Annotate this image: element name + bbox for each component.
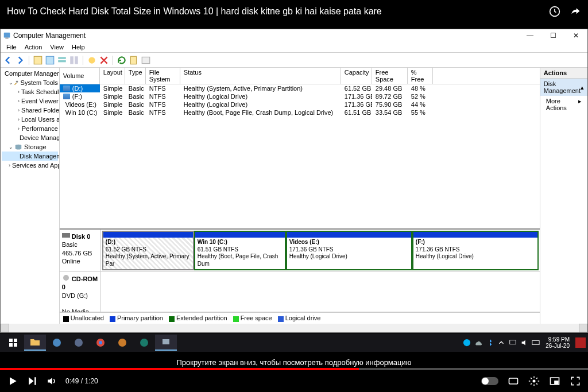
navigation-tree[interactable]: Computer Management (Local ⌄System Tools… (1, 68, 60, 324)
tree-shared-folders[interactable]: ›Shared Folders (2, 106, 58, 115)
taskbar-browser-1[interactable] (46, 335, 68, 351)
menu-file[interactable]: File (3, 43, 20, 51)
partition[interactable]: Videos (E:)171.36 GB NTFSHealthy (Logica… (286, 231, 412, 270)
taskbar-chrome[interactable] (90, 335, 111, 351)
svg-rect-38 (510, 340, 516, 344)
delete-icon[interactable] (99, 55, 109, 65)
columns-icon[interactable] (69, 55, 79, 65)
tray-onedrive-icon[interactable] (474, 339, 482, 347)
tree-system-tools[interactable]: ⌄System Tools (2, 78, 58, 87)
play-button[interactable] (7, 375, 18, 387)
tray-skype-icon[interactable] (463, 339, 471, 347)
share-icon[interactable] (570, 6, 581, 17)
taskbar-app-2[interactable] (68, 335, 90, 351)
volume-row[interactable]: (D:)SimpleBasicNTFSHealthy (System, Acti… (60, 84, 540, 92)
windows-taskbar[interactable]: 9:59 PM 26-Jul-20 (0, 333, 588, 352)
fullscreen-icon[interactable] (570, 375, 581, 387)
view-icon[interactable] (57, 55, 67, 65)
partition[interactable]: Win 10 (C:)61.51 GB NTFSHealthy (Boot, P… (194, 231, 286, 270)
list-icon[interactable] (141, 55, 151, 65)
col-status[interactable]: Status (180, 68, 341, 84)
actions-section[interactable]: Disk Management▴ (540, 79, 587, 96)
new-icon[interactable] (129, 55, 139, 65)
tree-storage[interactable]: ⌄Storage (2, 142, 58, 152)
svg-point-37 (463, 339, 470, 346)
svg-rect-27 (14, 339, 17, 342)
taskbar-file-explorer[interactable] (24, 335, 46, 351)
autoplay-toggle[interactable] (481, 377, 498, 385)
svg-rect-26 (9, 339, 13, 342)
tray-language-icon[interactable] (532, 339, 540, 347)
col-filesystem[interactable]: File System (146, 68, 180, 84)
window-titlebar[interactable]: Computer Management — ☐ ✕ (1, 29, 587, 42)
show-hide-icon[interactable] (45, 55, 55, 65)
taskbar-computer-management[interactable] (155, 335, 177, 351)
miniplayer-icon[interactable] (549, 375, 560, 387)
maximize-button[interactable]: ☐ (541, 29, 564, 42)
cdrom-info[interactable]: CD-ROM 0 DVD (G:) No Media (60, 272, 101, 312)
tree-local-users[interactable]: ›Local Users and Groups (2, 115, 58, 124)
video-time: 0:49 / 1:20 (65, 377, 98, 385)
menu-help[interactable]: Help (68, 43, 88, 51)
tray-chevron-up-icon[interactable] (497, 339, 505, 347)
col-free[interactable]: Free Space (372, 68, 408, 84)
tray-recording-icon[interactable] (575, 337, 586, 348)
tree-services[interactable]: ›Services and Applications (2, 161, 58, 170)
col-capacity[interactable]: Capacity (341, 68, 372, 84)
actions-more[interactable]: More Actions▸ (540, 96, 587, 113)
forward-icon[interactable] (15, 55, 25, 65)
captions-icon[interactable] (508, 375, 519, 387)
tray-bluetooth-icon[interactable] (486, 339, 494, 347)
svg-point-41 (533, 380, 536, 383)
scroll-left-icon[interactable] (1, 324, 9, 332)
tray-volume-icon[interactable] (520, 339, 528, 347)
computer-management-window: Computer Management — ☐ ✕ File Action Vi… (0, 29, 588, 333)
volume-row[interactable]: Videos (E:)SimpleBasicNTFSHealthy (Logic… (60, 100, 540, 108)
svg-rect-3 (34, 56, 42, 64)
tree-event-viewer[interactable]: ›Event Viewer (2, 96, 58, 106)
volume-row[interactable]: (F:)SimpleBasicNTFSHealthy (Logical Driv… (60, 92, 540, 100)
taskbar-clock[interactable]: 9:59 PM 26-Jul-20 (543, 336, 572, 349)
col-layout[interactable]: Layout (100, 68, 125, 84)
watch-later-icon[interactable] (549, 6, 560, 17)
tree-task-scheduler[interactable]: ›Task Scheduler (2, 87, 58, 96)
svg-rect-24 (62, 233, 70, 238)
col-volume[interactable]: Volume (60, 68, 100, 84)
partition[interactable]: (F:)171.36 GB NTFSHealthy (Logical Drive… (412, 231, 539, 270)
partition[interactable]: (D:)61.52 GB NTFSHealthy (System, Active… (102, 231, 194, 270)
disk0-info[interactable]: Disk 0 Basic 465.76 GB Online (60, 230, 101, 271)
video-title: How To Check Hard Disk Total Size in Win… (7, 6, 549, 17)
minimize-button[interactable]: — (519, 29, 541, 42)
svg-rect-43 (555, 381, 558, 383)
horizontal-scrollbar[interactable] (1, 324, 587, 332)
properties-icon[interactable] (33, 55, 43, 65)
next-button[interactable] (26, 375, 38, 387)
taskbar-edge[interactable] (133, 335, 155, 351)
tree-disk-management[interactable]: Disk Management (2, 152, 58, 161)
chrome-icon (96, 338, 105, 347)
col-percent-free[interactable]: % Free (408, 68, 433, 84)
tree-root[interactable]: Computer Management (Local (2, 69, 58, 78)
globe-icon (52, 338, 61, 347)
tree-device-manager[interactable]: Device Manager (2, 133, 58, 142)
menu-action[interactable]: Action (21, 43, 46, 51)
svg-rect-8 (75, 56, 78, 64)
settings-icon[interactable] (87, 55, 97, 65)
back-icon[interactable] (3, 55, 13, 65)
volume-row[interactable]: Win 10 (C:)SimpleBasicNTFSHealthy (Boot,… (60, 108, 540, 117)
tray-network-icon[interactable] (509, 339, 517, 347)
volume-icon[interactable] (46, 375, 57, 387)
refresh-icon[interactable] (117, 55, 127, 65)
settings-icon[interactable] (528, 375, 540, 387)
tools-icon (13, 79, 19, 87)
scroll-right-icon[interactable] (579, 324, 587, 332)
taskbar-app-4[interactable] (111, 335, 133, 351)
svg-point-9 (88, 57, 95, 63)
tree-performance[interactable]: ›Performance (2, 124, 58, 133)
col-type[interactable]: Type (125, 68, 146, 84)
menu-view[interactable]: View (47, 43, 67, 51)
close-button[interactable]: ✕ (564, 29, 587, 42)
start-button[interactable] (2, 335, 24, 351)
disk-graphical-view[interactable]: Disk 0 Basic 465.76 GB Online (D:)61.52 … (60, 228, 540, 312)
volume-list[interactable]: Volume Layout Type File System Status Ca… (60, 68, 540, 228)
